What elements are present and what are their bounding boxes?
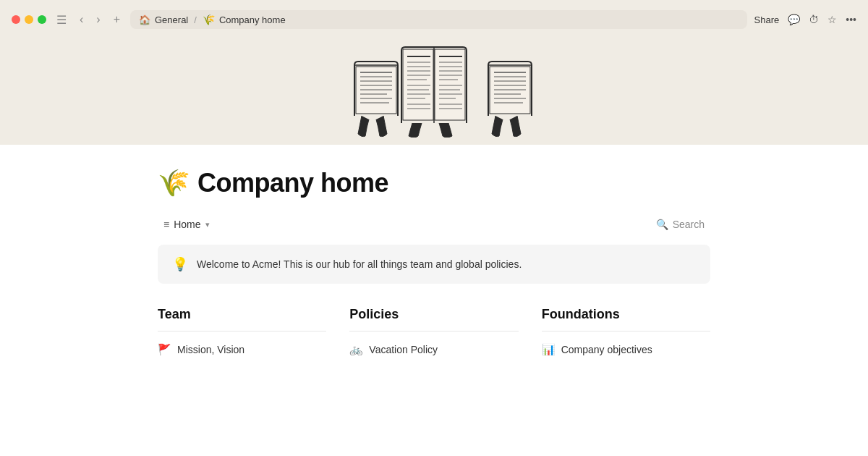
main-content: 🌾 Company home ≡ Home ▾ 🔍 Search 💡 Welco… (0, 36, 868, 456)
workspace-home-icon: 🏠 (139, 14, 150, 25)
traffic-lights (12, 15, 46, 24)
traffic-light-close[interactable] (12, 15, 20, 24)
forward-icon[interactable]: › (93, 12, 103, 28)
view-label: Home (174, 219, 200, 230)
list-view-icon: ≡ (163, 219, 169, 230)
section-foundations: Foundations 📊 Company objectives (542, 307, 710, 359)
star-icon[interactable]: ☆ (827, 14, 837, 25)
browser-chrome: ☰ ‹ › + 🏠 General / 🌾 Company home Share… (0, 0, 868, 36)
search-label: Search (673, 219, 705, 230)
section-foundations-heading: Foundations (542, 307, 710, 332)
item-emoji: 🚩 (158, 343, 171, 356)
section-team-heading: Team (158, 307, 326, 332)
page-title: Company home (197, 168, 388, 198)
back-icon[interactable]: ‹ (77, 12, 86, 28)
breadcrumb-separator: / (194, 14, 197, 25)
breadcrumb-workspace: General (155, 14, 188, 25)
search-icon: 🔍 (656, 219, 668, 230)
list-item[interactable]: 📊 Company objectives (542, 340, 710, 359)
more-options-icon[interactable]: ••• (846, 14, 856, 25)
banner-illustration (318, 43, 550, 138)
share-label[interactable]: Share (754, 14, 780, 25)
welcome-emoji: 💡 (172, 256, 188, 272)
toolbar-icons: Share 💬 ⏱ ☆ ••• (754, 14, 856, 25)
page-emoji-breadcrumb: 🌾 (203, 14, 215, 25)
item-label: Vacation Policy (369, 344, 438, 355)
view-chevron-icon: ▾ (205, 220, 210, 229)
breadcrumb-page-title: Company home (219, 14, 286, 25)
welcome-banner: 💡 Welcome to Acme! This is our hub for a… (158, 245, 710, 284)
banner-area (0, 36, 868, 145)
item-emoji: 📊 (542, 343, 556, 356)
section-policies: Policies 🚲 Vacation Policy (349, 307, 518, 359)
list-item[interactable]: 🚩 Mission, Vision (158, 340, 326, 359)
page-body: 🌾 Company home ≡ Home ▾ 🔍 Search 💡 Welco… (0, 145, 868, 456)
section-policies-heading: Policies (349, 307, 518, 332)
new-tab-icon[interactable]: + (111, 12, 123, 28)
page-title-emoji: 🌾 (158, 168, 190, 198)
traffic-light-minimize[interactable] (25, 15, 33, 24)
item-label: Company objectives (561, 344, 652, 355)
sections-grid: Team 🚩 Mission, Vision Policies 🚲 Vacati… (158, 307, 710, 359)
comment-icon[interactable]: 💬 (788, 14, 800, 25)
item-emoji: 🚲 (349, 343, 363, 356)
view-selector[interactable]: ≡ Home ▾ (158, 216, 216, 233)
hamburger-icon[interactable]: ☰ (54, 12, 69, 28)
svg-rect-10 (435, 49, 465, 120)
page-title-row: 🌾 Company home (158, 168, 710, 198)
address-bar[interactable]: 🏠 General / 🌾 Company home (130, 10, 747, 29)
traffic-light-maximize[interactable] (38, 15, 46, 24)
welcome-message: Welcome to Acme! This is our hub for all… (197, 258, 522, 270)
history-icon[interactable]: ⏱ (809, 14, 819, 25)
search-button[interactable]: 🔍 Search (650, 216, 710, 233)
section-team: Team 🚩 Mission, Vision (158, 307, 326, 359)
item-label: Mission, Vision (177, 344, 244, 355)
list-item[interactable]: 🚲 Vacation Policy (349, 340, 518, 359)
svg-rect-9 (403, 49, 433, 120)
view-bar: ≡ Home ▾ 🔍 Search (158, 216, 710, 233)
